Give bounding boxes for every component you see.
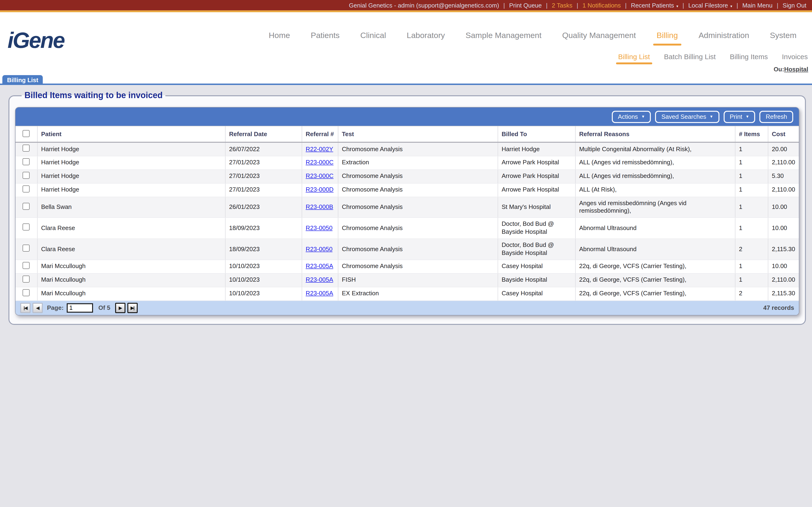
row-checkbox-cell <box>15 156 37 170</box>
main-menu-link[interactable]: Main Menu <box>742 2 772 9</box>
referral-link[interactable]: R23-000C <box>306 159 334 166</box>
select-all-checkbox[interactable] <box>23 130 30 137</box>
table-row: Mari Mccullough10/10/2023R23-005AEX Extr… <box>15 287 799 300</box>
tasks-link[interactable]: 2 Tasks <box>552 2 572 9</box>
print-button[interactable]: Print▼ <box>724 111 755 123</box>
ou-label: Ou: <box>774 66 784 73</box>
referral-no-cell: R23-005A <box>302 260 338 274</box>
row-checkbox[interactable] <box>23 158 30 165</box>
chevron-down-icon: ▼ <box>710 114 713 119</box>
nav-sample-management[interactable]: Sample Management <box>466 31 542 40</box>
table-row: Harriet Hodge27/01/2023R23-000CChromosom… <box>15 170 799 183</box>
billing-table-body: Harriet Hodge26/07/2022R22-002YChromosom… <box>15 142 799 300</box>
referral-reasons-cell: Anges vid remissbedömning (Anges vid rem… <box>575 197 735 218</box>
patient-cell: Mari Mccullough <box>37 287 225 300</box>
last-page-button[interactable]: ▶| <box>127 302 138 313</box>
row-checkbox-cell <box>15 260 37 274</box>
referral-reasons-cell: 22q, di George, VCFS (Carrier Testing), <box>575 274 735 287</box>
column-header: Test <box>338 126 498 142</box>
subnav-billing-items[interactable]: Billing Items <box>730 53 768 61</box>
referral-link[interactable]: R23-0050 <box>306 224 333 231</box>
chevron-down-icon: ▼ <box>641 114 645 119</box>
main-nav: HomePatientsClinicalLaboratorySample Man… <box>269 31 797 40</box>
referral-link[interactable]: R23-005A <box>306 290 333 297</box>
refresh-button[interactable]: Refresh <box>760 111 793 123</box>
table-row: Harriet Hodge27/01/2023R23-000CExtractio… <box>15 156 799 170</box>
referral-reasons-cell: 22q, di George, VCFS (Carrier Testing), <box>575 260 735 274</box>
subnav-billing-list[interactable]: Billing List <box>618 53 650 61</box>
next-page-button[interactable]: ▶ <box>115 302 125 313</box>
cost-cell: 10.00 <box>768 218 799 239</box>
referral-date-cell: 18/09/2023 <box>225 239 302 260</box>
nav-home[interactable]: Home <box>269 31 290 40</box>
table-header-row: PatientReferral DateReferral #TestBilled… <box>15 126 799 142</box>
referral-reasons-cell: Multiple Congenital Abnormality (At Risk… <box>575 142 735 156</box>
row-checkbox-cell <box>15 170 37 183</box>
nav-administration[interactable]: Administration <box>699 31 749 40</box>
items-count-cell: 1 <box>735 260 768 274</box>
billed-to-cell: Arrowe Park Hospital <box>498 170 575 183</box>
referral-link[interactable]: R23-000B <box>306 203 333 210</box>
print-queue-link[interactable]: Print Queue <box>509 2 542 9</box>
row-checkbox[interactable] <box>23 185 30 192</box>
row-checkbox[interactable] <box>23 244 30 251</box>
referral-link[interactable]: R23-000C <box>306 172 334 180</box>
first-page-button[interactable]: |◀ <box>20 302 31 313</box>
nav-clinical[interactable]: Clinical <box>360 31 386 40</box>
nav-system[interactable]: System <box>770 31 797 40</box>
referral-link[interactable]: R23-005A <box>306 276 333 283</box>
row-checkbox[interactable] <box>23 262 30 269</box>
prev-page-button[interactable]: ◀ <box>33 302 43 313</box>
row-checkbox[interactable] <box>23 224 30 231</box>
notifications-link[interactable]: 1 Notifications <box>582 2 621 9</box>
row-checkbox[interactable] <box>23 145 30 152</box>
cost-cell: 20.00 <box>768 142 799 156</box>
tab-billing-list[interactable]: Billing List <box>2 75 43 85</box>
referral-reasons-cell: ALL (Anges vid remissbedömning), <box>575 170 735 183</box>
row-checkbox[interactable] <box>23 289 30 296</box>
page-number-input[interactable] <box>67 303 93 313</box>
referral-link[interactable]: R23-000D <box>306 186 334 193</box>
patient-cell: Mari Mccullough <box>37 274 225 287</box>
cost-cell: 5.30 <box>768 170 799 183</box>
items-count-cell: 1 <box>735 274 768 287</box>
app-logo[interactable]: iGene <box>7 27 64 53</box>
row-checkbox-cell <box>15 287 37 300</box>
row-checkbox[interactable] <box>23 203 30 210</box>
nav-laboratory[interactable]: Laboratory <box>407 31 445 40</box>
test-cell: Chromosome Analysis <box>338 260 498 274</box>
referral-link[interactable]: R23-0050 <box>306 245 333 252</box>
row-checkbox[interactable] <box>23 276 30 283</box>
referral-link[interactable]: R22-002Y <box>306 145 333 152</box>
subnav-invoices[interactable]: Invoices <box>782 53 808 61</box>
referral-link[interactable]: R23-005A <box>306 263 333 270</box>
column-header: Referral # <box>302 126 338 142</box>
ou-context: Ou:Hospital <box>774 66 808 73</box>
record-count: 47 records <box>763 304 794 311</box>
nav-patients[interactable]: Patients <box>311 31 340 40</box>
recent-patients-menu[interactable]: Recent Patients▾ <box>631 2 678 9</box>
row-checkbox[interactable] <box>23 172 30 179</box>
referral-date-cell: 10/10/2023 <box>225 274 302 287</box>
nav-billing[interactable]: Billing <box>656 31 678 40</box>
column-header: Billed To <box>498 126 575 142</box>
sign-out-link[interactable]: Sign Out <box>782 2 806 9</box>
column-header: Cost <box>768 126 799 142</box>
local-filestore-menu[interactable]: Local Filestore▾ <box>689 2 732 9</box>
referral-date-cell: 26/01/2023 <box>225 197 302 218</box>
referral-reasons-cell: ALL (Anges vid remissbedömning), <box>575 156 735 170</box>
referral-reasons-cell: Abnormal Ultrasound <box>575 218 735 239</box>
actions-button[interactable]: Actions▼ <box>612 111 651 123</box>
saved-searches-button[interactable]: Saved Searches▼ <box>655 111 719 123</box>
nav-quality-management[interactable]: Quality Management <box>562 31 636 40</box>
row-checkbox-cell <box>15 274 37 287</box>
test-cell: Chromosome Analysis <box>338 183 498 197</box>
table-row: Harriet Hodge26/07/2022R22-002YChromosom… <box>15 142 799 156</box>
test-cell: Chromosome Analysis <box>338 218 498 239</box>
referral-no-cell: R23-005A <box>302 274 338 287</box>
patient-cell: Clara Reese <box>37 239 225 260</box>
subnav-batch-billing-list[interactable]: Batch Billing List <box>664 53 716 61</box>
separator: | <box>737 2 738 9</box>
ou-hospital-link[interactable]: Hospital <box>784 66 808 73</box>
separator: | <box>625 2 627 9</box>
